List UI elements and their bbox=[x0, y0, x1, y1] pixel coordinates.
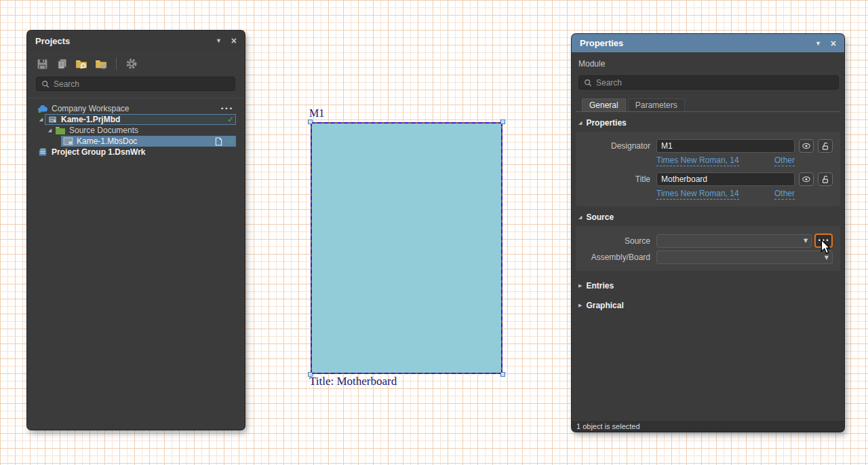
object-type-label: Module bbox=[578, 59, 844, 69]
lock-toggle-button[interactable] bbox=[818, 139, 833, 153]
document-icon bbox=[62, 136, 73, 146]
caret-collapsed-icon: ▶ bbox=[578, 303, 582, 308]
properties-tabs: General Parameters bbox=[576, 98, 840, 112]
module-title-label: Title: Motherboard bbox=[309, 375, 397, 388]
title-field[interactable] bbox=[656, 172, 795, 186]
section-label: Graphical bbox=[586, 301, 623, 310]
tree-item-source-documents[interactable]: ◢ Source Documents bbox=[27, 125, 245, 136]
status-bar: 1 object is selected bbox=[572, 421, 844, 432]
search-icon bbox=[584, 79, 592, 87]
tree-item-label: Company Workspace bbox=[52, 103, 130, 114]
caret-expanded-icon[interactable]: ◢ bbox=[46, 125, 54, 136]
properties-panel-title: Properties bbox=[580, 38, 623, 48]
check-icon: ✓ bbox=[228, 136, 235, 147]
caret-expanded-icon[interactable]: ◢ bbox=[37, 114, 45, 125]
caret-expanded-icon: ◢ bbox=[578, 215, 582, 220]
copy-icon[interactable] bbox=[56, 58, 68, 70]
eye-icon bbox=[802, 143, 811, 149]
designator-field[interactable] bbox=[656, 139, 795, 153]
projects-panel-title: Projects bbox=[35, 36, 70, 46]
designator-label: Designator bbox=[576, 141, 656, 151]
projects-titlebar: Projects ▼ × bbox=[27, 31, 245, 51]
caret-expanded-icon: ◢ bbox=[578, 120, 582, 126]
properties-titlebar: Properties ▼ × bbox=[572, 34, 844, 52]
tree-item-label: Kame-1.MbsDoc bbox=[77, 136, 137, 147]
search-icon bbox=[41, 80, 50, 88]
resize-handle-bottom-right[interactable] bbox=[500, 372, 505, 377]
lock-toggle-button[interactable] bbox=[818, 172, 833, 186]
section-label: Entries bbox=[586, 281, 614, 291]
settings-gear-icon[interactable] bbox=[125, 58, 138, 70]
projects-toolbar bbox=[27, 51, 245, 75]
save-icon[interactable] bbox=[36, 58, 48, 70]
projects-search-box[interactable] bbox=[36, 77, 235, 91]
properties-search-box[interactable] bbox=[578, 75, 839, 90]
visibility-toggle-button[interactable] bbox=[799, 139, 814, 153]
check-icon: ✓ bbox=[227, 114, 234, 125]
module-designator-label: M1 bbox=[309, 107, 324, 119]
project-settings-folder-icon[interactable] bbox=[95, 58, 107, 70]
projects-search-input[interactable] bbox=[54, 79, 230, 89]
resize-handle-top-left[interactable] bbox=[308, 119, 313, 124]
mouse-cursor bbox=[820, 239, 831, 257]
entries-section-header[interactable]: ▶ Entries bbox=[578, 281, 844, 291]
eye-icon bbox=[802, 176, 811, 183]
visibility-toggle-button[interactable] bbox=[799, 172, 814, 186]
tree-item-label: Project Group 1.DsnWrk bbox=[52, 147, 145, 157]
panel-menu-icon[interactable]: ▼ bbox=[216, 37, 222, 44]
projects-tree: Company Workspace ••• ◢ Kame-1.PrjMbd ✓ … bbox=[27, 98, 245, 157]
tab-general[interactable]: General bbox=[582, 98, 626, 111]
cloud-icon bbox=[37, 104, 48, 113]
page-icon bbox=[214, 136, 224, 146]
tree-item-label: Kame-1.PrjMbd bbox=[61, 114, 120, 125]
designator-other-link[interactable]: Other bbox=[774, 155, 795, 166]
tree-item-project[interactable]: ◢ Kame-1.PrjMbd ✓ bbox=[27, 114, 245, 125]
unlock-icon bbox=[821, 175, 829, 184]
tree-item-label: Source Documents bbox=[69, 125, 138, 136]
properties-panel: Properties ▼ × Module General Parameters… bbox=[572, 34, 844, 432]
close-icon[interactable]: × bbox=[831, 39, 836, 48]
close-icon[interactable]: × bbox=[231, 36, 237, 45]
caret-collapsed-icon: ▶ bbox=[578, 283, 582, 289]
title-label: Title bbox=[576, 174, 656, 184]
assembly-board-dropdown[interactable]: ▼ bbox=[656, 250, 833, 264]
resize-handle-bottom-left[interactable] bbox=[308, 372, 313, 377]
more-options-icon[interactable]: ••• bbox=[220, 103, 233, 114]
tree-item-project-group[interactable]: Project Group 1.DsnWrk bbox=[27, 147, 245, 157]
projects-panel: Projects ▼ × Compan bbox=[27, 31, 245, 430]
unlock-icon bbox=[821, 142, 829, 151]
source-section-header[interactable]: ◢ Source bbox=[578, 212, 844, 222]
properties-section-header[interactable]: ◢ Properties bbox=[578, 118, 844, 128]
resize-handle-top-right[interactable] bbox=[500, 119, 505, 124]
tree-item-company-workspace[interactable]: Company Workspace ••• bbox=[27, 103, 245, 114]
module-shape[interactable] bbox=[311, 122, 502, 374]
tab-parameters[interactable]: Parameters bbox=[628, 98, 685, 111]
panel-menu-icon[interactable]: ▼ bbox=[815, 40, 821, 47]
source-label: Source bbox=[576, 236, 656, 246]
toolbar-separator bbox=[116, 58, 117, 70]
title-font-link[interactable]: Times New Roman, 14 bbox=[656, 189, 739, 200]
designator-font-link[interactable]: Times New Roman, 14 bbox=[656, 155, 739, 166]
chevron-down-icon: ▼ bbox=[804, 238, 808, 244]
project-icon bbox=[47, 115, 58, 124]
folder-icon bbox=[55, 126, 66, 135]
graphical-section-header[interactable]: ▶ Graphical bbox=[578, 301, 844, 310]
assembly-board-label: Assembly/Board bbox=[576, 253, 656, 262]
section-label: Properties bbox=[586, 118, 626, 128]
source-dropdown[interactable]: ▼ bbox=[656, 234, 812, 248]
title-other-link[interactable]: Other bbox=[774, 189, 795, 200]
project-group-icon bbox=[37, 147, 48, 157]
properties-search-input[interactable] bbox=[596, 78, 833, 88]
source-group: Source ▼ ••• Assembly/Board ▼ bbox=[576, 226, 840, 271]
section-label: Source bbox=[586, 212, 614, 222]
tree-item-document[interactable]: Kame-1.MbsDoc ✓ bbox=[27, 136, 245, 147]
properties-group: Designator Times New Roman, 14 Other Tit… bbox=[576, 132, 840, 206]
status-text: 1 object is selected bbox=[576, 422, 640, 430]
open-project-folder-icon[interactable] bbox=[75, 58, 87, 70]
